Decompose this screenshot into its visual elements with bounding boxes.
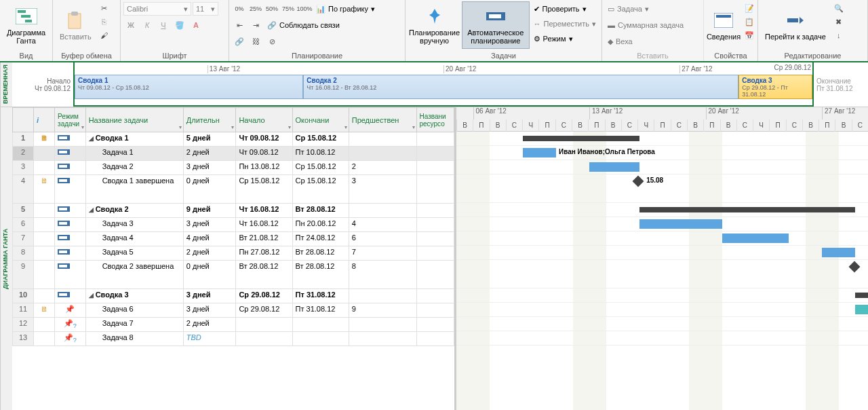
name-cell[interactable]: Сводка 2 завершена (85, 261, 183, 289)
res-cell[interactable] (416, 204, 454, 218)
pct-0-button[interactable]: 0% (232, 2, 247, 16)
res-cell[interactable] (416, 175, 454, 204)
duration-cell[interactable]: 4 дней (183, 232, 236, 246)
gantt-body[interactable]: Иван Иванов;Ольга Петрова15.08 (456, 132, 868, 346)
row-number[interactable]: 2 (13, 147, 34, 161)
name-cell[interactable]: Задача 4 (85, 232, 183, 246)
info-cell[interactable] (34, 318, 55, 332)
finish-cell[interactable] (292, 332, 349, 346)
name-cell[interactable]: ◢Сводка 3 (85, 289, 183, 303)
finish-cell[interactable]: Пн 20.08.12 (292, 218, 349, 232)
start-cell[interactable]: Ср 29.08.12 (236, 303, 292, 318)
col-finish[interactable]: Окончани▾ (292, 108, 349, 132)
finish-cell[interactable]: Вт 28.08.12 (292, 261, 349, 289)
italic-button[interactable]: К (140, 18, 155, 32)
name-cell[interactable]: Задача 2 (85, 161, 183, 175)
gantt-row[interactable] (456, 160, 868, 174)
find-button[interactable]: 🔍 (831, 1, 846, 15)
start-cell[interactable] (236, 332, 292, 346)
res-cell[interactable] (416, 246, 454, 261)
col-mode[interactable]: Режим задачи▾ (55, 108, 86, 132)
details-button[interactable]: Сведения (707, 1, 741, 49)
duration-cell[interactable]: 3 дней (183, 161, 236, 175)
info-cell[interactable]: 🗎 (34, 132, 55, 147)
duration-cell[interactable]: 5 дней (183, 132, 236, 147)
timeline-bar[interactable]: Сводка 1Чт 09.08.12 - Ср 15.08.12 (75, 75, 303, 99)
start-cell[interactable]: Ср 29.08.12 (236, 289, 292, 303)
gantt-milestone[interactable] (633, 176, 644, 187)
table-row[interactable]: 5◢Сводка 29 днейЧт 16.08.12Вт 28.08.12 (13, 204, 454, 218)
pred-cell[interactable]: 3 (349, 175, 416, 204)
start-cell[interactable]: Ср 15.08.12 (236, 175, 292, 204)
inactive-button[interactable]: ⊘ (264, 35, 279, 48)
table-row[interactable]: 3Задача 23 днейПн 13.08.12Ср 15.08.122 (13, 161, 454, 175)
pred-cell[interactable]: 6 (349, 232, 416, 246)
col-predecessors[interactable]: Предшествен▾ (349, 108, 416, 132)
fill-button[interactable]: ↓ (831, 29, 846, 42)
duration-cell[interactable]: TBD (183, 332, 236, 346)
row-number[interactable]: 10 (13, 289, 34, 303)
row-number[interactable]: 3 (13, 161, 34, 175)
finish-cell[interactable]: Вт 28.08.12 (292, 204, 349, 218)
start-cell[interactable]: Пн 13.08.12 (236, 161, 292, 175)
res-cell[interactable] (416, 232, 454, 246)
res-cell[interactable] (416, 218, 454, 232)
col-rownum[interactable] (13, 108, 34, 132)
info-cell[interactable]: 🗎 (34, 175, 55, 204)
col-name[interactable]: Название задачи▾ (85, 108, 183, 132)
name-cell[interactable]: Задача 8 (85, 332, 183, 346)
row-number[interactable]: 1 (13, 132, 34, 147)
gantt-task-bar[interactable] (722, 234, 789, 243)
info-cell[interactable] (34, 246, 55, 261)
underline-button[interactable]: Ч (156, 18, 171, 32)
res-cell[interactable] (416, 161, 454, 175)
pred-cell[interactable] (349, 318, 416, 332)
pct-25-button[interactable]: 25% (248, 2, 263, 16)
gantt-row[interactable] (456, 317, 868, 331)
finish-cell[interactable]: Ср 15.08.12 (292, 132, 349, 147)
duration-cell[interactable]: 3 дней (183, 218, 236, 232)
insert-summary-button[interactable]: ▬Суммарная задача (605, 18, 686, 33)
col-start[interactable]: Начало▾ (236, 108, 292, 132)
font-color-button[interactable]: A (189, 18, 203, 32)
details2-button[interactable]: 📋 (742, 15, 757, 29)
scroll-to-task-button[interactable]: Перейти к задаче (761, 1, 830, 49)
pct-75-button[interactable]: 75% (281, 2, 296, 16)
pred-cell[interactable]: 7 (349, 246, 416, 261)
gantt-row[interactable] (456, 260, 868, 288)
gantt-summary-bar[interactable] (523, 136, 639, 141)
row-number[interactable]: 12 (13, 318, 34, 332)
finish-cell[interactable]: Пт 10.08.12 (292, 147, 349, 161)
inspect-button[interactable]: ✔Проверить▾ (531, 1, 599, 16)
start-cell[interactable]: Чт 16.08.12 (236, 218, 292, 232)
gantt-task-bar[interactable] (639, 219, 723, 229)
start-cell[interactable]: Чт 09.08.12 (236, 132, 292, 147)
row-number[interactable]: 13 (13, 332, 34, 346)
timeline-add-button[interactable]: 📅 (742, 29, 757, 42)
res-cell[interactable] (416, 147, 454, 161)
pred-cell[interactable] (349, 132, 416, 147)
res-cell[interactable] (416, 132, 454, 147)
mode-cell[interactable] (55, 204, 86, 218)
gantt-task-bar[interactable] (855, 305, 868, 314)
row-number[interactable]: 7 (13, 232, 34, 246)
pred-cell[interactable] (349, 147, 416, 161)
col-info[interactable]: i (34, 108, 55, 132)
start-cell[interactable]: Вт 21.08.12 (236, 232, 292, 246)
finish-cell[interactable]: Пт 31.08.12 (292, 289, 349, 303)
bold-button[interactable]: Ж (123, 18, 138, 32)
duration-cell[interactable]: 3 дней (183, 289, 236, 303)
gantt-row[interactable] (456, 303, 868, 317)
name-cell[interactable]: ◢Сводка 1 (85, 132, 183, 147)
gantt-chart-pane[interactable]: 06 Авг '1213 Авг '1220 Авг '1227 Авг '12… (456, 107, 868, 410)
gantt-view-button[interactable]: Диаграмма Ганта (3, 1, 50, 49)
finish-cell[interactable]: Пт 31.08.12 (292, 303, 349, 318)
pred-cell[interactable]: 8 (349, 261, 416, 289)
gantt-milestone[interactable] (848, 261, 860, 273)
res-cell[interactable] (416, 318, 454, 332)
gantt-task-bar[interactable] (523, 148, 556, 157)
info-cell[interactable] (34, 218, 55, 232)
duration-cell[interactable]: 0 дней (183, 175, 236, 204)
timeline-bar[interactable]: Сводка 3Ср 29.08.12 - Пт 31.08.12 (738, 75, 812, 99)
mode-cell[interactable] (55, 261, 86, 289)
